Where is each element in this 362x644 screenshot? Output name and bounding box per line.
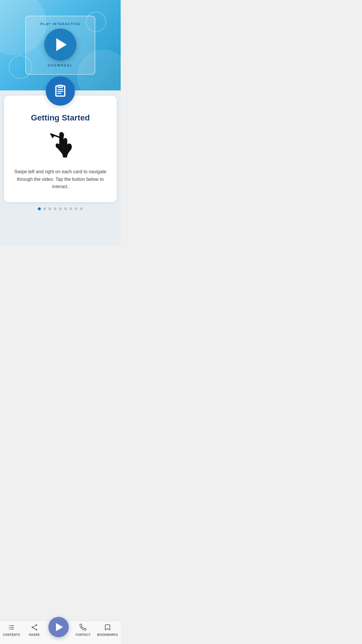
dot-3[interactable] (48, 207, 51, 210)
dot-5[interactable] (59, 207, 62, 210)
play-button[interactable] (44, 29, 76, 61)
clipboard-icon (53, 83, 68, 99)
card-title: Getting Started (31, 113, 90, 123)
dot-8[interactable] (75, 207, 78, 210)
clipboard-icon-circle (46, 76, 75, 106)
dot-9[interactable] (80, 207, 83, 210)
card-description: Swipe left and right on each card to nav… (14, 168, 107, 190)
play-triangle-icon (56, 38, 67, 51)
dot-1[interactable] (38, 207, 41, 210)
getting-started-card: Getting Started Swipe left and right on … (4, 96, 117, 202)
dot-2[interactable] (43, 207, 46, 210)
dot-7[interactable] (69, 207, 72, 210)
dot-4[interactable] (54, 207, 57, 210)
swipe-icon-wrap (44, 128, 76, 162)
play-interactive-card[interactable]: PLAY INTERACTIVE SHOWREEL (25, 16, 95, 75)
pagination-dots (38, 202, 83, 213)
hero-label-top: PLAY INTERACTIVE (41, 22, 80, 26)
swipe-hand-icon (44, 128, 76, 160)
content-section: Getting Started Swipe left and right on … (0, 90, 121, 245)
hero-label-bottom: SHOWREEL (48, 64, 73, 67)
dot-6[interactable] (64, 207, 67, 210)
